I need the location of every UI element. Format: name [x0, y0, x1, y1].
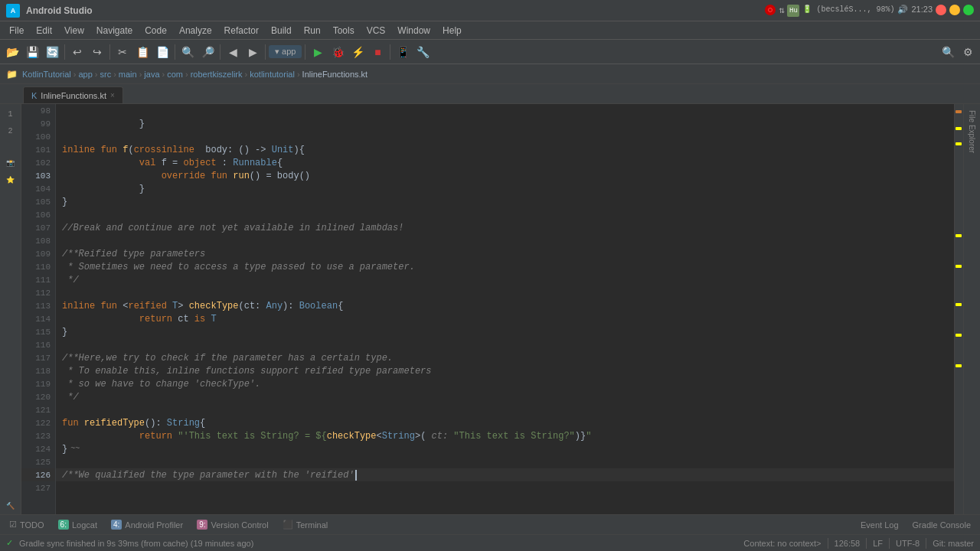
- minimize-button[interactable]: [949, 5, 960, 15]
- project-panel-icon[interactable]: 1: [2, 106, 19, 122]
- menu-view[interactable]: View: [58, 24, 90, 37]
- volume-icon[interactable]: 🔊: [897, 5, 908, 17]
- maximize-button[interactable]: [963, 5, 974, 15]
- profile-button[interactable]: ⚡: [348, 43, 367, 61]
- logcat-icon: 6:: [58, 520, 69, 530]
- line-125: [56, 455, 954, 468]
- menu-edit[interactable]: Edit: [30, 24, 58, 37]
- code-editor[interactable]: } inline fun f(crossinline body: () -> U…: [56, 104, 954, 514]
- save-button[interactable]: 💾: [23, 43, 41, 61]
- clock: 21:23: [911, 5, 933, 17]
- stop-button[interactable]: ■: [368, 43, 387, 61]
- bc-java[interactable]: java: [144, 70, 159, 79]
- line-108: [56, 234, 954, 247]
- main-content: 1 2 📸 ⭐ 🔨 98 99 100 101 102 103 104 105 …: [0, 104, 980, 514]
- menu-tools[interactable]: Tools: [327, 24, 361, 37]
- forward-button[interactable]: ▶: [243, 43, 262, 61]
- line-num-113: 113: [21, 299, 55, 312]
- app-title: Android Studio: [26, 5, 93, 16]
- file-explorer-tab[interactable]: File Explorer: [965, 104, 978, 159]
- bc-inlinefunctions[interactable]: InlineFunctions.kt: [302, 70, 368, 79]
- cut-button[interactable]: ✂: [113, 43, 132, 61]
- app-logo: A: [6, 4, 20, 18]
- profile-icon[interactable]: ⇅: [779, 5, 784, 17]
- sdk-button[interactable]: 🔧: [413, 43, 432, 61]
- status-sep-4: [926, 538, 926, 549]
- menu-refactor[interactable]: Refactor: [218, 24, 265, 37]
- record-btn[interactable]: [765, 5, 776, 15]
- run-button[interactable]: ▶: [309, 43, 327, 61]
- bc-com[interactable]: com: [167, 70, 183, 79]
- toolbar: 📂 💾 🔄 ↩ ↪ ✂ 📋 📄 🔍 🔎 ◀ ▶ ▾ app ▶ 🐞 ⚡ ■ 📱 …: [0, 40, 980, 64]
- scroll-indicator: [954, 104, 963, 514]
- vcs-label: Version Control: [211, 520, 268, 530]
- terminal-tab[interactable]: ⬛ Terminal: [276, 517, 335, 533]
- menu-analyze[interactable]: Analyze: [173, 24, 218, 37]
- replace-button[interactable]: 🔎: [198, 43, 217, 61]
- bc-robertkiszelirk[interactable]: robertkiszelirk: [191, 70, 243, 79]
- bc-sep-4: ›: [139, 70, 142, 79]
- build-variants-icon[interactable]: 🔨: [2, 497, 19, 514]
- close-button[interactable]: [936, 5, 946, 15]
- sync-button[interactable]: 🔄: [43, 43, 61, 61]
- event-log-tab[interactable]: Event Log: [854, 517, 905, 533]
- favorites-icon[interactable]: ⭐: [2, 171, 19, 188]
- menu-navigate[interactable]: Navigate: [90, 24, 139, 37]
- line-num-123: 123: [21, 429, 55, 442]
- titlebar: A Android Studio ⇅ Hu 🔋 (becsléS..., 98%…: [0, 0, 980, 21]
- back-button[interactable]: ◀: [224, 43, 242, 61]
- line-num-109: 109: [21, 247, 55, 260]
- menu-code[interactable]: Code: [139, 24, 173, 37]
- vcs-tab[interactable]: 9: Version Control: [191, 517, 275, 533]
- terminal-icon: ⬛: [283, 520, 293, 530]
- line-119: * so we have to change 'checkType'.: [56, 377, 954, 390]
- avd-button[interactable]: 📱: [394, 43, 412, 61]
- settings-button[interactable]: ⚙: [959, 43, 977, 61]
- profiler-icon: 4:: [111, 520, 122, 530]
- search-everywhere-button[interactable]: 🔍: [939, 43, 957, 61]
- status-git[interactable]: Git: master: [933, 539, 974, 548]
- menu-build[interactable]: Build: [265, 24, 298, 37]
- app-selector[interactable]: ▾ app: [269, 45, 302, 58]
- search-button[interactable]: 🔍: [178, 43, 197, 61]
- line-122: fun reifiedType(): String{: [56, 416, 954, 429]
- bc-kotlintutorial[interactable]: KotlinTutorial: [22, 70, 71, 79]
- open-folder-button[interactable]: 📂: [3, 43, 21, 61]
- status-encoding[interactable]: UTF-8: [896, 539, 920, 548]
- tab-close-btn[interactable]: ×: [110, 91, 115, 99]
- line-114: return ct is T: [56, 312, 954, 325]
- line-num-108: 108: [21, 234, 55, 247]
- debug-button[interactable]: 🐞: [328, 43, 347, 61]
- status-position[interactable]: 126:58: [835, 539, 861, 548]
- menu-vcs[interactable]: VCS: [361, 24, 392, 37]
- line-num-116: 116: [21, 338, 55, 351]
- captures-panel-icon[interactable]: 📸: [2, 155, 19, 171]
- bc-kotlintutorial2[interactable]: kotlintutorial: [250, 70, 295, 79]
- line-99: }: [56, 117, 954, 130]
- window-controls: ⇅ Hu 🔋 (becsléS..., 98%) 🔊 21:23: [765, 5, 974, 17]
- bc-app[interactable]: app: [78, 70, 92, 79]
- copy-button[interactable]: 📋: [133, 43, 152, 61]
- line-num-101: 101: [21, 143, 55, 156]
- menu-file[interactable]: File: [3, 24, 30, 37]
- bc-main[interactable]: main: [119, 70, 137, 79]
- line-115: }: [56, 325, 954, 338]
- toolbar-separator-6: [305, 44, 305, 60]
- paste-button[interactable]: 📄: [153, 43, 172, 61]
- tab-inlinefunctions[interactable]: K InlineFunctions.kt ×: [23, 86, 123, 103]
- gradle-console-tab[interactable]: Gradle Console: [906, 517, 977, 533]
- menu-help[interactable]: Help: [436, 24, 468, 37]
- menu-run[interactable]: Run: [298, 24, 327, 37]
- menu-window[interactable]: Window: [391, 24, 436, 37]
- user-icon[interactable]: Hu: [787, 5, 799, 17]
- line-123: return "'This text is String? = ${checkT…: [56, 429, 954, 442]
- todo-tab[interactable]: ☑ TODO: [3, 517, 51, 533]
- structure-panel-icon[interactable]: 2: [2, 122, 19, 139]
- logcat-tab[interactable]: 6: Logcat: [52, 517, 103, 533]
- bc-src[interactable]: src: [100, 70, 112, 79]
- status-linesep[interactable]: LF: [873, 539, 883, 548]
- profiler-tab[interactable]: 4: Android Profiler: [105, 517, 189, 533]
- gradle-console-label: Gradle Console: [913, 520, 971, 530]
- undo-button[interactable]: ↩: [68, 43, 87, 61]
- redo-button[interactable]: ↪: [88, 43, 106, 61]
